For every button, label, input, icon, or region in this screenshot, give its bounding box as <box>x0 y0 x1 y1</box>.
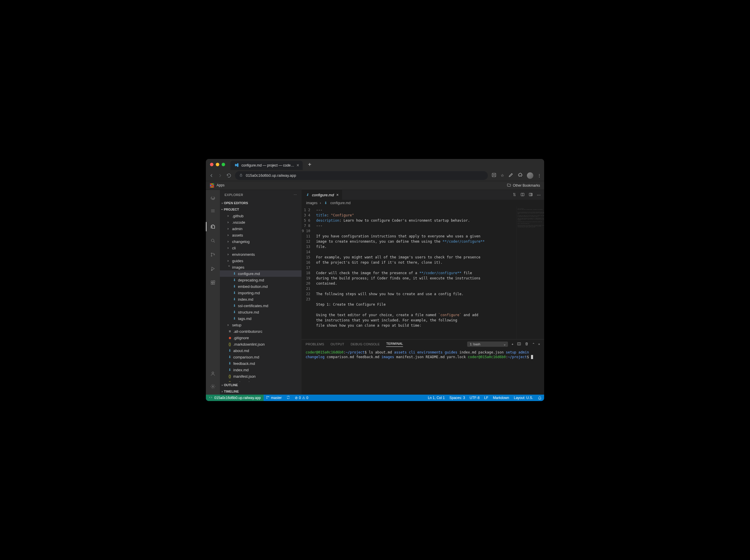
vscode-favicon-icon <box>234 162 239 168</box>
language-mode[interactable]: Markdown <box>491 396 511 400</box>
sync-button[interactable] <box>284 396 292 400</box>
profile-avatar[interactable] <box>527 173 533 179</box>
reload-button[interactable] <box>226 173 231 178</box>
editor-tabs: ⬇ configure.md × ⋯ <box>302 190 544 200</box>
new-tab-button[interactable]: + <box>305 161 315 168</box>
file-ssl-certificates.md[interactable]: ⬇ssl-certificates.md <box>220 302 302 309</box>
open-editors-section[interactable]: › OPEN EDITORS <box>220 200 302 206</box>
panel-tab-terminal[interactable]: TERMINAL <box>386 342 403 347</box>
back-button[interactable] <box>209 173 214 178</box>
panel-tab-problems[interactable]: PROBLEMS <box>306 342 324 346</box>
panel-tab-output[interactable]: OUTPUT <box>331 342 344 346</box>
bookmark-star-icon[interactable]: ☆ <box>501 173 504 178</box>
minimap[interactable]: --- title: "Configure" description: Lear… <box>516 206 544 339</box>
file-tags.md[interactable]: ⬇tags.md <box>220 315 302 322</box>
address-bar[interactable]: 015a0c16d6b0.up.railway.app <box>235 171 488 180</box>
breadcrumb[interactable]: images › ⬇ configure.md <box>302 200 544 206</box>
folder-guides[interactable]: ›guides <box>220 258 302 264</box>
menu-icon[interactable] <box>206 205 220 217</box>
kebab-menu-icon[interactable]: ⋮ <box>538 173 541 178</box>
install-app-icon[interactable] <box>491 173 496 179</box>
split-terminal-icon[interactable] <box>517 342 521 346</box>
browser-titlebar: configure.md — project — code… × + <box>206 159 544 170</box>
explorer-tab-icon[interactable] <box>206 221 220 233</box>
kill-terminal-icon[interactable] <box>525 342 529 346</box>
timeline-section[interactable]: › TIMELINE <box>220 388 302 395</box>
file-embed-button.md[interactable]: ⬇embed-button.md <box>220 283 302 289</box>
file-comparison.md[interactable]: ⬇comparison.md <box>220 354 302 360</box>
other-bookmarks[interactable]: Other Bookmarks <box>507 183 540 188</box>
run-debug-tab-icon[interactable] <box>206 263 220 275</box>
browser-tab[interactable]: configure.md — project — code… × <box>230 161 303 170</box>
sync-icon <box>286 396 290 400</box>
editor-tab-active[interactable]: ⬇ configure.md × <box>302 190 342 200</box>
more-icon[interactable]: ⋯ <box>537 193 541 197</box>
chevron-right-icon: › <box>320 201 321 205</box>
project-section[interactable]: › PROJECT <box>220 206 302 213</box>
file-feedback.md[interactable]: ⬇feedback.md <box>220 360 302 367</box>
remote-indicator[interactable]: 015a0c16d6b0.up.railway.app <box>206 395 264 401</box>
maximize-window-button[interactable] <box>222 163 225 166</box>
search-tab-icon[interactable] <box>206 235 220 246</box>
git-branch[interactable]: master <box>264 396 284 400</box>
file-configure.md[interactable]: ⬇configure.md <box>220 271 302 277</box>
apps-shortcut[interactable]: Apps <box>210 183 225 187</box>
encoding[interactable]: UTF-8 <box>467 396 482 400</box>
coder-logo-icon[interactable] <box>206 192 220 204</box>
maximize-panel-icon[interactable]: ⌃ <box>532 342 535 346</box>
folder-.github[interactable]: ›.github <box>220 213 302 219</box>
problems-indicator[interactable]: ⊘0 ⚠0 <box>292 396 310 400</box>
file-.all-contributorsrc[interactable]: ≡.all-contributorsrc <box>220 328 302 335</box>
activity-bar <box>206 190 220 395</box>
bottom-panel: PROBLEMSOUTPUTDEBUG CONSOLETERMINAL 1: b… <box>302 339 544 395</box>
file-manifest.json[interactable]: {}manifest.json <box>220 373 302 379</box>
indentation[interactable]: Spaces: 3 <box>447 396 467 400</box>
minimize-window-button[interactable] <box>216 163 219 166</box>
file-package.json[interactable]: {}package.json <box>220 379 302 382</box>
notifications-bell-icon[interactable] <box>535 396 544 400</box>
forward-button[interactable] <box>218 173 223 178</box>
folder-changelog[interactable]: ›changelog <box>220 238 302 245</box>
cursor-position[interactable]: Ln 1, Col 1 <box>425 396 447 400</box>
source-control-tab-icon[interactable] <box>206 249 220 260</box>
terminal-output[interactable]: coder@015a0c16d6b0:~/project$ ls about.m… <box>302 349 544 395</box>
file-importing.md[interactable]: ⬇importing.md <box>220 289 302 296</box>
close-panel-icon[interactable]: × <box>538 342 540 346</box>
close-window-button[interactable] <box>210 163 214 166</box>
file-index.md[interactable]: ⬇index.md <box>220 296 302 302</box>
toolbar-actions: ☆ ⋮ <box>491 173 541 179</box>
folder-setup[interactable]: ›setup <box>220 322 302 328</box>
close-tab-icon[interactable]: × <box>336 193 339 197</box>
file-deprecating.md[interactable]: ⬇deprecating.md <box>220 277 302 283</box>
folder-admin[interactable]: ›admin <box>220 225 302 232</box>
close-tab-icon[interactable]: × <box>297 163 299 168</box>
accounts-icon[interactable] <box>206 368 220 379</box>
pencil-icon[interactable] <box>508 173 513 179</box>
compare-icon[interactable] <box>512 193 516 198</box>
file-.markdownlint.json[interactable]: {}.markdownlint.json <box>220 341 302 347</box>
more-actions-icon[interactable]: ⋯ <box>293 193 297 197</box>
folder-cli[interactable]: ›cli <box>220 245 302 251</box>
eol[interactable]: LF <box>482 396 491 400</box>
folder-images[interactable]: ›images <box>220 264 302 271</box>
new-terminal-icon[interactable]: + <box>511 342 513 346</box>
keyboard-layout[interactable]: Layout: U.S. <box>511 396 535 400</box>
file-.gitignore[interactable]: ◆.gitignore <box>220 335 302 341</box>
apps-grid-icon <box>210 183 214 187</box>
folder-environments[interactable]: ›environments <box>220 251 302 258</box>
folder-assets[interactable]: ›assets <box>220 232 302 238</box>
file-structure.md[interactable]: ⬇structure.md <box>220 309 302 315</box>
settings-gear-icon[interactable] <box>206 381 220 392</box>
code-content[interactable]: --- title: "Configure" description: Lear… <box>315 206 516 339</box>
file-index.md[interactable]: ⬇index.md <box>220 367 302 373</box>
editor-area[interactable]: 1 2 3 4 5 6 7 8 9 10 11 12 13 14 15 16 1… <box>302 206 544 339</box>
extensions-tab-icon[interactable] <box>206 277 220 288</box>
terminal-picker[interactable]: 1: bash ⌄ <box>467 342 508 347</box>
outline-section[interactable]: › OUTLINE <box>220 382 302 388</box>
split-editor-icon[interactable] <box>529 193 533 198</box>
folder-.vscode[interactable]: ›.vscode <box>220 219 302 225</box>
file-about.md[interactable]: ⬇about.md <box>220 347 302 354</box>
panel-tab-debug-console[interactable]: DEBUG CONSOLE <box>351 342 380 346</box>
preview-side-icon[interactable] <box>521 193 525 198</box>
extensions-puzzle-icon[interactable] <box>518 173 523 179</box>
